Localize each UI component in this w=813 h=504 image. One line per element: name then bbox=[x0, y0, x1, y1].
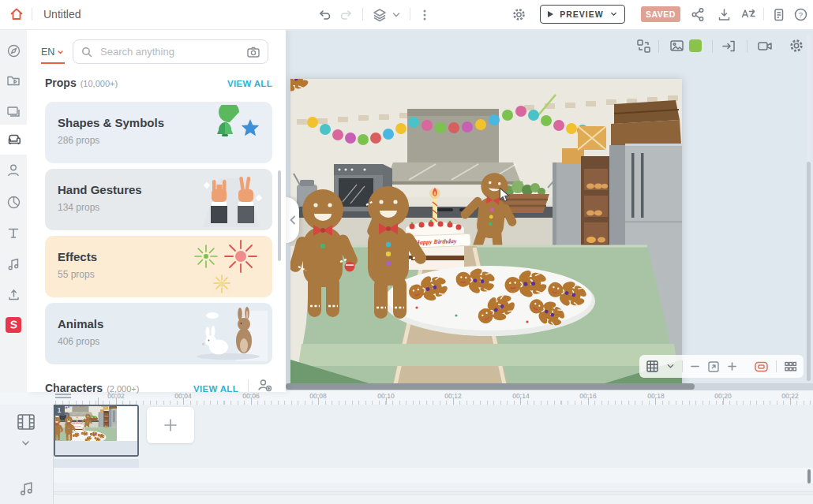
view-all-link[interactable]: VIEW ALL bbox=[227, 79, 272, 88]
section-title: Props bbox=[45, 77, 77, 89]
rail-item-uploads[interactable] bbox=[0, 279, 27, 309]
zoom-in-icon[interactable] bbox=[727, 361, 737, 371]
scenes-track-icon[interactable] bbox=[16, 413, 36, 431]
rail-item-audio[interactable] bbox=[0, 248, 27, 278]
chevron-down-icon[interactable] bbox=[392, 11, 401, 19]
home-icon[interactable] bbox=[9, 6, 24, 22]
left-icon-rail bbox=[0, 29, 27, 392]
scene-number-badge: 1 bbox=[54, 405, 65, 416]
add-scene-button[interactable] bbox=[147, 407, 194, 443]
settings-gear-icon[interactable] bbox=[511, 7, 526, 22]
search-input[interactable] bbox=[99, 45, 241, 58]
category-card-effects[interactable]: Effects 55 props bbox=[45, 236, 272, 297]
language-selector[interactable]: EN bbox=[41, 42, 65, 64]
mouse-cursor bbox=[499, 187, 511, 203]
search-box bbox=[73, 39, 268, 64]
undo-icon[interactable] bbox=[317, 8, 332, 22]
section-count: (10,000+) bbox=[81, 79, 118, 88]
zoom-out-icon[interactable] bbox=[690, 361, 700, 371]
divider bbox=[32, 8, 32, 21]
category-card-shapes-symbols[interactable]: Shapes & Symbols 286 props bbox=[45, 102, 272, 163]
search-icon bbox=[81, 46, 93, 58]
timeline-vertical-scrollbar-thumb[interactable] bbox=[807, 469, 811, 483]
hands-illustration bbox=[195, 172, 268, 227]
visual-search-camera-icon[interactable] bbox=[246, 46, 260, 58]
scene-card[interactable]: 1 bbox=[54, 405, 139, 457]
rail-item-text[interactable] bbox=[0, 218, 27, 248]
shot-frame-icon[interactable] bbox=[754, 360, 769, 373]
audio-lane-2[interactable] bbox=[54, 483, 813, 492]
canvas-horizontal-scrollbar-thumb[interactable] bbox=[286, 383, 695, 390]
divider bbox=[776, 360, 777, 372]
camera-icon[interactable] bbox=[756, 38, 774, 54]
divider bbox=[658, 40, 659, 53]
swap-scene-icon[interactable] bbox=[635, 38, 652, 54]
divider bbox=[362, 8, 363, 21]
rail-item-charts[interactable] bbox=[0, 187, 27, 217]
rail-item-props[interactable] bbox=[0, 125, 27, 155]
category-name: Animals bbox=[58, 317, 103, 330]
layers-icon[interactable] bbox=[372, 7, 388, 23]
scene-settings-gear-icon[interactable] bbox=[789, 38, 804, 54]
asset-panel: EN Props (10,000+) VIEW ALL Shapes & Sym… bbox=[27, 29, 286, 392]
chevron-down-icon[interactable] bbox=[666, 363, 675, 370]
background-image-icon[interactable] bbox=[669, 38, 685, 54]
kebab-menu-icon[interactable] bbox=[418, 8, 431, 22]
category-card-animals[interactable]: Animals 406 props bbox=[45, 303, 272, 364]
scene-motion-lane bbox=[55, 441, 137, 455]
timeline: 00:02 00:04 00:06 00:08 00:10 00:12 00:1… bbox=[0, 390, 813, 504]
ruler-label: 00:10 bbox=[377, 392, 394, 400]
panel-scrollbar[interactable] bbox=[278, 170, 281, 261]
enter-exit-effect-icon[interactable] bbox=[721, 38, 737, 54]
rabbits-illustration bbox=[189, 306, 268, 361]
divider bbox=[712, 40, 713, 53]
section-count: (2,000+) bbox=[107, 384, 139, 394]
ruler-label: 00:20 bbox=[714, 392, 731, 400]
collapse-scenes-chevron-icon[interactable] bbox=[21, 439, 31, 447]
divider bbox=[763, 8, 764, 21]
background-color-swatch[interactable] bbox=[689, 39, 702, 52]
language-label: EN bbox=[41, 47, 54, 58]
grid-view-icon[interactable] bbox=[646, 360, 659, 373]
divider bbox=[248, 379, 249, 392]
canvas-area[interactable]: Happy Birthday bbox=[286, 29, 813, 390]
download-icon[interactable] bbox=[717, 7, 732, 22]
ruler-label: 00:12 bbox=[444, 392, 461, 400]
notes-icon[interactable] bbox=[771, 7, 786, 22]
ruler-label: 00:16 bbox=[579, 392, 596, 400]
project-title[interactable]: Untitled bbox=[43, 8, 81, 21]
fit-to-screen-icon[interactable] bbox=[707, 360, 720, 373]
create-character-icon[interactable] bbox=[257, 378, 272, 392]
category-count: 286 props bbox=[58, 135, 99, 146]
rail-item-templates[interactable] bbox=[0, 65, 27, 95]
scene-duration-area[interactable] bbox=[117, 406, 137, 441]
rail-item-characters[interactable] bbox=[0, 155, 27, 185]
divider bbox=[410, 8, 410, 21]
preview-button[interactable]: PREVIEW bbox=[540, 5, 625, 24]
category-count: 406 props bbox=[58, 336, 99, 347]
stage[interactable]: Happy Birthday bbox=[290, 79, 682, 390]
plus-icon bbox=[163, 417, 178, 433]
svg-text:?: ? bbox=[799, 10, 803, 19]
rail-item-backgrounds[interactable] bbox=[0, 96, 27, 126]
shapes-illustration bbox=[201, 105, 268, 160]
help-icon[interactable]: ? bbox=[793, 7, 808, 22]
category-card-hand-gestures[interactable]: Hand Gestures 134 props bbox=[45, 169, 272, 230]
translate-icon[interactable] bbox=[740, 7, 756, 22]
redo-icon[interactable] bbox=[339, 8, 354, 22]
panel-collapse-tab[interactable] bbox=[286, 197, 299, 243]
audio-lane[interactable] bbox=[54, 468, 813, 483]
storyboard-view-icon[interactable] bbox=[784, 360, 797, 372]
divider bbox=[747, 40, 747, 53]
share-icon[interactable] bbox=[691, 7, 706, 22]
view-all-link[interactable]: VIEW ALL bbox=[193, 384, 238, 394]
ruler-major-ticks bbox=[54, 398, 813, 405]
canvas-zoom-toolbar bbox=[639, 355, 804, 378]
music-track-icon bbox=[18, 480, 36, 497]
canvas-vertical-scrollbar-thumb[interactable] bbox=[807, 162, 811, 381]
rail-item-discover[interactable] bbox=[0, 35, 27, 65]
category-name: Effects bbox=[58, 250, 97, 263]
app-window: Untitled PREVIEW SAVED bbox=[0, 0, 813, 504]
play-icon bbox=[547, 10, 554, 18]
rail-item-stock-media[interactable] bbox=[0, 310, 27, 340]
